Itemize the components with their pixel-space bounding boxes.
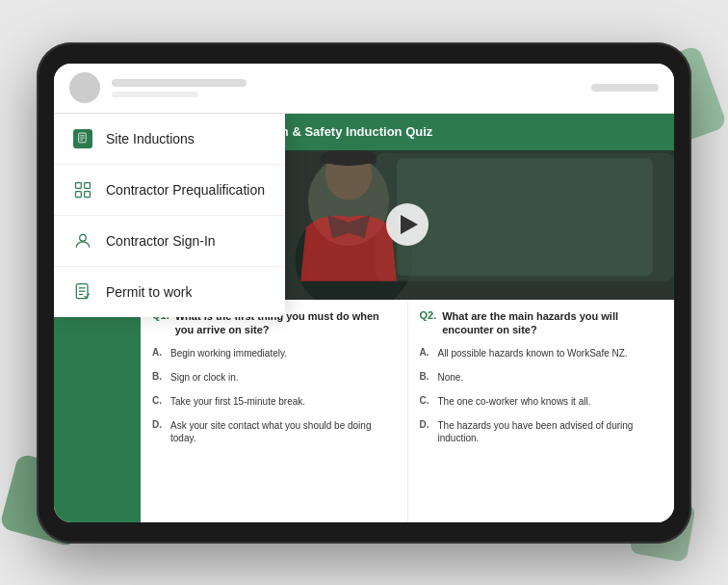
svg-rect-16: [76, 182, 82, 188]
question-2-number: Q2.: [420, 309, 437, 337]
question-2-text: What are the main hazards you will encou…: [442, 309, 663, 337]
app-top-bar: [54, 64, 674, 114]
q1-option-a-letter: A.: [152, 347, 166, 359]
question-2-header: Q2. What are the main hazards you will e…: [420, 309, 663, 337]
q2-option-c-letter: C.: [420, 395, 433, 408]
dropdown-menu: Site Inductions Contractor Prequalificat…: [54, 114, 285, 317]
q2-option-a[interactable]: A. All possible hazards known to WorkSaf…: [420, 344, 663, 362]
q1-option-d[interactable]: D. Ask your site contact what you should…: [152, 416, 396, 447]
question-column-1: Q1. What is the first thing you must do …: [141, 300, 408, 522]
q2-option-a-text: All possible hazards known to WorkSafe N…: [438, 347, 628, 359]
person-icon: [73, 231, 92, 251]
menu-item-prequalification-label: Contractor Prequalification: [106, 182, 265, 198]
top-bar-right-line: [591, 84, 659, 92]
svg-rect-19: [85, 191, 91, 197]
top-bar-line-2: [112, 92, 198, 97]
permit-doc-icon: [73, 282, 92, 302]
menu-item-site-inductions[interactable]: Site Inductions: [54, 114, 285, 165]
svg-rect-11: [321, 157, 377, 164]
q2-option-d-text: The hazards you have been advised of dur…: [438, 419, 663, 444]
q1-option-a[interactable]: A. Begin working immediately.: [152, 344, 396, 362]
ipad-frame: Site Inductions Contractor Health & Safe…: [37, 42, 691, 544]
question-column-2: Q2. What are the main hazards you will e…: [408, 300, 675, 522]
play-button[interactable]: [386, 203, 429, 246]
q2-option-c-text: The one co-worker who knows it all.: [438, 395, 591, 408]
q2-option-b[interactable]: B. None.: [420, 368, 663, 386]
menu-item-site-inductions-label: Site Inductions: [106, 131, 195, 146]
ipad-screen: Site Inductions Contractor Health & Safe…: [54, 64, 674, 522]
menu-item-signin[interactable]: Contractor Sign-In: [54, 216, 285, 267]
svg-point-20: [80, 234, 87, 241]
q2-option-b-letter: B.: [420, 371, 433, 384]
menu-item-permit-to-work[interactable]: Permit to work: [54, 267, 285, 317]
top-bar-lines: [112, 79, 580, 97]
svg-rect-17: [85, 182, 91, 188]
q2-option-a-letter: A.: [420, 347, 433, 359]
scene: Site Inductions Contractor Health & Safe…: [17, 18, 711, 568]
top-bar-line-1: [112, 79, 247, 87]
svg-rect-7: [397, 158, 653, 276]
q1-option-c-letter: C.: [152, 395, 166, 408]
q1-option-c-text: Take your first 15-minute break.: [170, 395, 305, 408]
avatar: [69, 72, 100, 103]
svg-rect-18: [76, 191, 82, 197]
q1-option-b-letter: B.: [152, 371, 166, 384]
q1-option-c[interactable]: C. Take your first 15-minute break.: [152, 392, 396, 411]
q1-option-a-text: Begin working immediately.: [170, 347, 287, 359]
q2-option-d-letter: D.: [420, 419, 433, 444]
quiz-questions: Q1. What is the first thing you must do …: [141, 300, 674, 522]
q2-option-d[interactable]: D. The hazards you have been advised of …: [420, 416, 663, 447]
menu-item-prequalification[interactable]: Contractor Prequalification: [54, 165, 285, 216]
app-content: Site Inductions Contractor Health & Safe…: [54, 114, 674, 522]
menu-site-inductions-icon: [73, 129, 92, 148]
q1-option-b[interactable]: B. Sign or clock in.: [152, 368, 396, 386]
q1-option-d-letter: D.: [152, 419, 166, 444]
q1-option-d-text: Ask your site contact what you should be…: [170, 419, 396, 444]
menu-item-signin-label: Contractor Sign-In: [106, 233, 216, 249]
play-triangle-icon: [401, 215, 418, 234]
q1-option-b-text: Sign or clock in.: [170, 371, 239, 384]
q2-option-b-text: None.: [438, 371, 464, 384]
menu-item-permit-to-work-label: Permit to work: [106, 284, 192, 300]
doc-list-icon: [77, 132, 90, 145]
grid-icon: [73, 180, 92, 199]
q2-option-c[interactable]: C. The one co-worker who knows it all.: [420, 392, 663, 411]
